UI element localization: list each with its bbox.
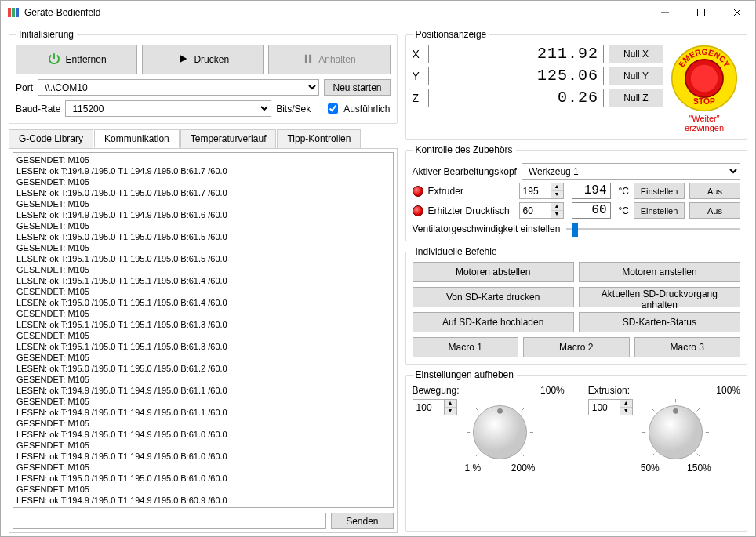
svg-line-28 [697,454,700,456]
svg-line-26 [697,408,700,411]
init-group: Initialisierung Entfernen Drucken Anhalt… [9,29,398,124]
remove-button[interactable]: Entfernen [16,45,137,74]
macro2-button[interactable]: Macro 2 [523,337,629,357]
tab-jog[interactable]: Tipp-Kontrollen [277,129,361,148]
pause-button[interactable]: Anhalten [268,45,390,74]
extrusion-spinner[interactable]: ▲▼ [588,399,633,415]
app-icon [7,6,20,19]
extruder-led-icon [413,186,423,197]
svg-line-20 [476,454,478,456]
position-x: 211.92 [428,45,604,63]
sd-upload-button[interactable]: Auf SD-Karte hochladen [413,312,574,332]
bed-actual: 60 [572,202,611,219]
maximize-button[interactable] [683,1,719,24]
svg-rect-8 [309,54,311,63]
spin-down-icon[interactable]: ▼ [551,211,563,219]
window-title: Geräte-Bedienfeld [24,7,647,18]
baud-label: Baud-Rate [16,103,60,114]
position-group: Positionsanzeige X 211.92 Null X Y 125.0… [405,29,747,140]
null-y-button[interactable]: Null Y [609,67,663,85]
fan-slider[interactable] [566,228,740,230]
send-button[interactable]: Senden [331,513,393,529]
tab-content: GESENDET: M105 LESEN: ok T:194.9 /195.0 … [9,148,398,533]
tab-gcode[interactable]: G-Code Library [9,129,93,148]
macro3-button[interactable]: Macro 3 [634,337,740,357]
overrides-legend: Einstellungen aufheben [413,369,517,380]
restart-button[interactable]: Neu starten [324,79,390,96]
commands-group: Individuelle Befehle Motoren abstellen M… [405,246,747,365]
port-select[interactable]: \\.\COM10 [38,79,319,96]
position-z: 0.26 [428,89,604,107]
fan-label: Ventilatorgeschwindigkeit einstellen [413,223,561,234]
svg-line-31 [652,408,654,411]
axis-z-label: Z [413,92,423,104]
position-legend: Positionsanzeige [413,29,490,40]
spin-up-icon[interactable]: ▲ [551,183,563,191]
bed-led-icon [413,205,423,216]
motors-off-button[interactable]: Motoren abstellen [413,262,574,282]
close-button[interactable] [719,1,755,24]
svg-line-29 [652,454,654,456]
tab-temperature[interactable]: Temperaturverlauf [180,129,277,148]
svg-line-22 [476,408,478,411]
svg-line-19 [522,454,524,456]
spin-down-icon[interactable]: ▼ [551,191,563,199]
accessories-legend: Kontrolle des Zubehörs [413,144,516,155]
extrusion-dial[interactable] [642,399,709,466]
verbose-checkbox[interactable]: Ausführlich [325,101,390,116]
bed-label: Erhitzter Drucktisch [428,205,514,216]
axis-x-label: X [413,48,423,60]
svg-rect-7 [305,54,307,63]
movement-spinner[interactable]: ▲▼ [413,399,457,415]
svg-rect-4 [698,9,705,16]
extruder-set-spinner[interactable]: ▲▼ [519,183,564,199]
bed-set-spinner[interactable]: ▲▼ [519,202,564,219]
command-input[interactable] [13,513,326,529]
tab-communication[interactable]: Kommunikation [94,129,180,148]
svg-rect-2 [16,8,19,17]
macro1-button[interactable]: Macro 1 [413,337,518,357]
commands-legend: Individuelle Befehle [413,246,500,257]
svg-point-11 [691,65,718,92]
extruder-label: Extruder [428,186,514,197]
movement-dial[interactable] [467,399,533,466]
extruder-off-button[interactable]: Aus [689,183,740,199]
sd-status-button[interactable]: SD-Karten-Status [579,312,740,332]
baud-select[interactable]: 115200 [65,100,271,117]
init-legend: Initialisierung [16,29,77,40]
port-label: Port [16,82,33,93]
extruder-set-button[interactable]: Einstellen [634,183,685,199]
position-y: 125.06 [428,67,604,85]
bed-set-button[interactable]: Einstellen [634,202,685,219]
svg-point-24 [673,408,678,414]
emergency-stop-button[interactable]: EMERGENCY STOP [671,45,738,112]
tab-bar: G-Code Library Kommunikation Temperaturv… [9,129,398,149]
sd-print-button[interactable]: Von SD-Karte drucken [413,287,574,307]
communication-log[interactable]: GESENDET: M105 LESEN: ok T:194.9 /195.0 … [13,152,394,508]
bed-off-button[interactable]: Aus [689,202,740,219]
svg-line-17 [522,408,524,411]
sd-pause-button[interactable]: Aktuellen SD-Druckvorgang anhalten [579,287,740,307]
head-label: Aktiver Bearbeitungskopf [413,166,517,177]
svg-text:STOP: STOP [693,97,715,106]
head-select[interactable]: Werkzeug 1 [522,163,740,180]
extrusion-label: Extrusion: [588,385,630,396]
extrusion-pct: 100% [716,385,740,396]
movement-pct: 100% [540,385,565,396]
spin-up-icon[interactable]: ▲ [551,203,563,211]
svg-rect-1 [12,8,15,17]
titlebar: Geräte-Bedienfeld [1,1,755,24]
null-z-button[interactable]: Null Z [609,89,663,107]
movement-label: Bewegung: [413,385,460,396]
svg-point-23 [649,406,703,459]
axis-y-label: Y [413,70,423,82]
minimize-button[interactable] [647,1,683,24]
print-button[interactable]: Drucken [142,45,264,74]
extruder-actual: 194 [572,183,611,199]
motors-on-button[interactable]: Motoren anstellen [579,262,740,282]
svg-point-15 [497,408,503,414]
null-x-button[interactable]: Null X [609,45,663,63]
pause-icon [303,53,314,67]
force-continue-link[interactable]: "Weiter" erzwingen [668,114,740,132]
svg-rect-0 [8,8,11,17]
